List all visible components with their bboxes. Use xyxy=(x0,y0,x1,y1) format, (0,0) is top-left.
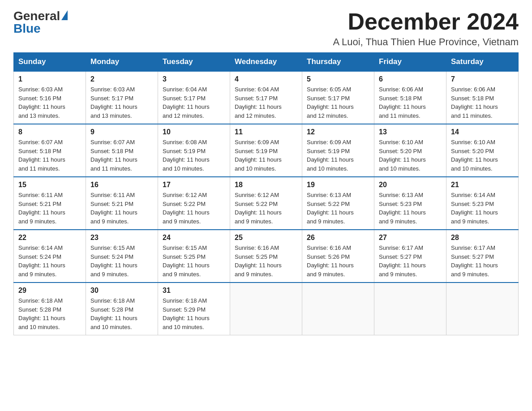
day-number: 25 xyxy=(235,234,297,242)
day-number: 19 xyxy=(307,181,369,189)
day-info: Sunrise: 6:14 AMSunset: 5:24 PMDaylight:… xyxy=(18,244,81,278)
day-info: Sunrise: 6:06 AMSunset: 5:18 PMDaylight:… xyxy=(379,85,442,120)
day-info: Sunrise: 6:12 AMSunset: 5:22 PMDaylight:… xyxy=(163,191,225,226)
table-row xyxy=(230,283,302,335)
day-number: 30 xyxy=(90,287,153,295)
day-info: Sunrise: 6:08 AMSunset: 5:19 PMDaylight:… xyxy=(163,138,225,173)
table-row: 31 Sunrise: 6:18 AMSunset: 5:29 PMDaylig… xyxy=(158,283,230,335)
table-row xyxy=(374,283,446,335)
day-info: Sunrise: 6:06 AMSunset: 5:18 PMDaylight:… xyxy=(451,85,514,120)
calendar-table: Sunday Monday Tuesday Wednesday Thursday… xyxy=(13,52,519,335)
table-row: 23 Sunrise: 6:15 AMSunset: 5:24 PMDaylig… xyxy=(86,230,158,283)
table-row: 25 Sunrise: 6:16 AMSunset: 5:25 PMDaylig… xyxy=(230,230,302,283)
calendar-week-row: 15 Sunrise: 6:11 AMSunset: 5:21 PMDaylig… xyxy=(14,177,519,230)
table-row: 27 Sunrise: 6:17 AMSunset: 5:27 PMDaylig… xyxy=(374,230,446,283)
day-number: 2 xyxy=(90,75,153,83)
day-number: 5 xyxy=(307,75,369,83)
calendar-week-row: 1 Sunrise: 6:03 AMSunset: 5:16 PMDayligh… xyxy=(14,71,519,124)
logo: General Blue xyxy=(13,9,68,36)
day-info: Sunrise: 6:09 AMSunset: 5:19 PMDaylight:… xyxy=(235,138,297,173)
table-row: 8 Sunrise: 6:07 AMSunset: 5:18 PMDayligh… xyxy=(14,124,86,177)
day-number: 15 xyxy=(18,181,81,189)
page-header: General Blue December 2024 A Luoi, Thua … xyxy=(13,9,519,48)
day-info: Sunrise: 6:10 AMSunset: 5:20 PMDaylight:… xyxy=(379,138,442,173)
table-row: 10 Sunrise: 6:08 AMSunset: 5:19 PMDaylig… xyxy=(158,124,230,177)
day-info: Sunrise: 6:03 AMSunset: 5:17 PMDaylight:… xyxy=(90,85,153,120)
table-row: 20 Sunrise: 6:13 AMSunset: 5:23 PMDaylig… xyxy=(374,177,446,230)
day-info: Sunrise: 6:05 AMSunset: 5:17 PMDaylight:… xyxy=(307,85,369,120)
table-row: 16 Sunrise: 6:11 AMSunset: 5:21 PMDaylig… xyxy=(86,177,158,230)
col-thursday: Thursday xyxy=(302,53,374,72)
col-monday: Monday xyxy=(86,53,158,72)
location-subtitle: A Luoi, Thua Thien Hue Province, Vietnam xyxy=(333,36,519,48)
table-row: 7 Sunrise: 6:06 AMSunset: 5:18 PMDayligh… xyxy=(446,71,519,124)
table-row: 28 Sunrise: 6:17 AMSunset: 5:27 PMDaylig… xyxy=(446,230,519,283)
table-row: 30 Sunrise: 6:18 AMSunset: 5:28 PMDaylig… xyxy=(86,283,158,335)
table-row: 17 Sunrise: 6:12 AMSunset: 5:22 PMDaylig… xyxy=(158,177,230,230)
day-number: 6 xyxy=(379,75,442,83)
day-number: 21 xyxy=(451,181,514,189)
day-number: 7 xyxy=(451,75,514,83)
day-info: Sunrise: 6:07 AMSunset: 5:18 PMDaylight:… xyxy=(90,138,153,173)
day-number: 3 xyxy=(163,75,225,83)
day-info: Sunrise: 6:18 AMSunset: 5:28 PMDaylight:… xyxy=(18,296,81,331)
col-saturday: Saturday xyxy=(446,53,519,72)
day-info: Sunrise: 6:11 AMSunset: 5:21 PMDaylight:… xyxy=(18,191,81,226)
table-row: 2 Sunrise: 6:03 AMSunset: 5:17 PMDayligh… xyxy=(86,71,158,124)
table-row: 19 Sunrise: 6:13 AMSunset: 5:22 PMDaylig… xyxy=(302,177,374,230)
day-number: 14 xyxy=(451,128,514,136)
day-info: Sunrise: 6:12 AMSunset: 5:22 PMDaylight:… xyxy=(235,191,297,226)
table-row xyxy=(446,283,519,335)
day-info: Sunrise: 6:14 AMSunset: 5:23 PMDaylight:… xyxy=(451,191,514,226)
day-info: Sunrise: 6:17 AMSunset: 5:27 PMDaylight:… xyxy=(451,244,514,278)
day-info: Sunrise: 6:15 AMSunset: 5:25 PMDaylight:… xyxy=(163,244,225,278)
day-info: Sunrise: 6:16 AMSunset: 5:25 PMDaylight:… xyxy=(235,244,297,278)
day-info: Sunrise: 6:18 AMSunset: 5:29 PMDaylight:… xyxy=(163,296,225,331)
table-row: 4 Sunrise: 6:04 AMSunset: 5:17 PMDayligh… xyxy=(230,71,302,124)
day-info: Sunrise: 6:10 AMSunset: 5:20 PMDaylight:… xyxy=(451,138,514,173)
calendar-week-row: 29 Sunrise: 6:18 AMSunset: 5:28 PMDaylig… xyxy=(14,283,519,335)
day-info: Sunrise: 6:03 AMSunset: 5:16 PMDaylight:… xyxy=(18,85,81,120)
day-info: Sunrise: 6:15 AMSunset: 5:24 PMDaylight:… xyxy=(90,244,153,278)
col-tuesday: Tuesday xyxy=(158,53,230,72)
table-row: 15 Sunrise: 6:11 AMSunset: 5:21 PMDaylig… xyxy=(14,177,86,230)
table-row: 12 Sunrise: 6:09 AMSunset: 5:19 PMDaylig… xyxy=(302,124,374,177)
day-number: 24 xyxy=(163,234,225,242)
logo-blue-text: Blue xyxy=(13,21,41,36)
day-info: Sunrise: 6:11 AMSunset: 5:21 PMDaylight:… xyxy=(90,191,153,226)
day-number: 23 xyxy=(90,234,153,242)
day-number: 31 xyxy=(163,287,225,295)
table-row: 24 Sunrise: 6:15 AMSunset: 5:25 PMDaylig… xyxy=(158,230,230,283)
day-number: 8 xyxy=(18,128,81,136)
day-info: Sunrise: 6:07 AMSunset: 5:18 PMDaylight:… xyxy=(18,138,81,173)
table-row xyxy=(302,283,374,335)
title-area: December 2024 A Luoi, Thua Thien Hue Pro… xyxy=(333,9,519,48)
table-row: 21 Sunrise: 6:14 AMSunset: 5:23 PMDaylig… xyxy=(446,177,519,230)
day-number: 13 xyxy=(379,128,442,136)
col-friday: Friday xyxy=(374,53,446,72)
calendar-week-row: 22 Sunrise: 6:14 AMSunset: 5:24 PMDaylig… xyxy=(14,230,519,283)
day-number: 10 xyxy=(163,128,225,136)
calendar-header-row: Sunday Monday Tuesday Wednesday Thursday… xyxy=(14,53,519,72)
day-number: 11 xyxy=(235,128,297,136)
day-info: Sunrise: 6:17 AMSunset: 5:27 PMDaylight:… xyxy=(379,244,442,278)
month-year-title: December 2024 xyxy=(333,9,519,34)
day-number: 16 xyxy=(90,181,153,189)
table-row: 26 Sunrise: 6:16 AMSunset: 5:26 PMDaylig… xyxy=(302,230,374,283)
day-number: 4 xyxy=(235,75,297,83)
table-row: 18 Sunrise: 6:12 AMSunset: 5:22 PMDaylig… xyxy=(230,177,302,230)
table-row: 9 Sunrise: 6:07 AMSunset: 5:18 PMDayligh… xyxy=(86,124,158,177)
logo-triangle-icon xyxy=(61,10,68,20)
table-row: 3 Sunrise: 6:04 AMSunset: 5:17 PMDayligh… xyxy=(158,71,230,124)
day-info: Sunrise: 6:04 AMSunset: 5:17 PMDaylight:… xyxy=(235,85,297,120)
day-number: 9 xyxy=(90,128,153,136)
day-number: 22 xyxy=(18,234,81,242)
day-info: Sunrise: 6:04 AMSunset: 5:17 PMDaylight:… xyxy=(163,85,225,120)
day-number: 17 xyxy=(163,181,225,189)
day-info: Sunrise: 6:09 AMSunset: 5:19 PMDaylight:… xyxy=(307,138,369,173)
table-row: 29 Sunrise: 6:18 AMSunset: 5:28 PMDaylig… xyxy=(14,283,86,335)
day-number: 20 xyxy=(379,181,442,189)
day-number: 26 xyxy=(307,234,369,242)
col-sunday: Sunday xyxy=(14,53,86,72)
day-number: 29 xyxy=(18,287,81,295)
